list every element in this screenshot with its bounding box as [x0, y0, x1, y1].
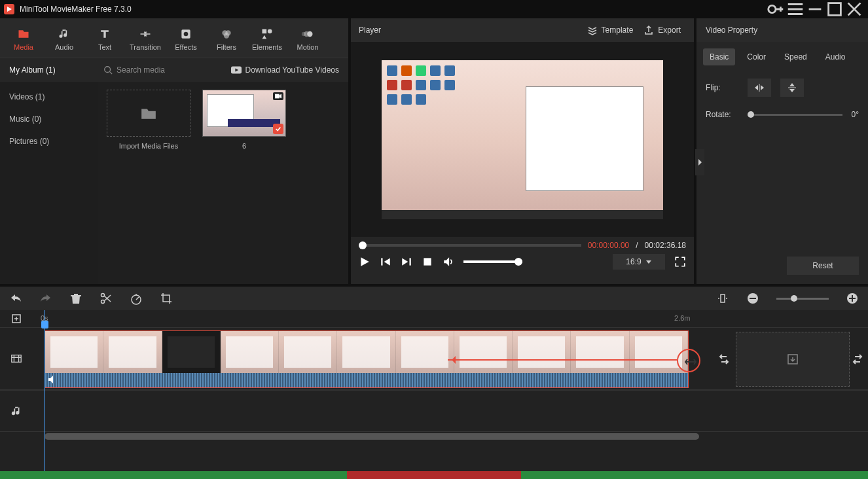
- proptab-basic[interactable]: Basic: [703, 48, 735, 65]
- zoom-in-button[interactable]: [846, 292, 859, 305]
- aspect-select[interactable]: 16:9: [613, 254, 665, 270]
- search-input[interactable]: Search media: [98, 65, 231, 75]
- app-logo: [4, 4, 14, 14]
- svg-rect-8: [262, 29, 267, 34]
- svg-marker-20: [384, 258, 390, 265]
- svg-point-12: [302, 32, 306, 37]
- maximize-button[interactable]: [825, 0, 844, 18]
- svg-rect-22: [410, 258, 411, 265]
- svg-marker-18: [361, 257, 369, 266]
- tab-transition[interactable]: Transition: [127, 21, 164, 58]
- svg-marker-29: [789, 83, 795, 86]
- close-button[interactable]: [844, 0, 864, 18]
- svg-point-1: [769, 5, 776, 12]
- split-button[interactable]: [99, 292, 113, 305]
- menu-button[interactable]: [786, 0, 805, 18]
- tab-elements[interactable]: Elements: [249, 21, 285, 58]
- media-thumbnail[interactable]: [202, 90, 286, 137]
- timeline-scrollbar[interactable]: [0, 432, 868, 441]
- tab-effects[interactable]: Effects: [168, 21, 204, 58]
- reset-button[interactable]: Reset: [787, 257, 859, 275]
- transition-drop-zone[interactable]: [736, 332, 850, 387]
- template-button[interactable]: Template: [582, 25, 639, 35]
- tab-filters[interactable]: Filters: [208, 21, 245, 58]
- collapse-panel-button[interactable]: [695, 149, 704, 175]
- svg-point-7: [224, 33, 229, 38]
- album-pictures[interactable]: Pictures (0): [0, 130, 98, 152]
- redo-button[interactable]: [39, 292, 52, 305]
- category-tabs: Media Audio Text Transition Effects Filt…: [0, 18, 348, 58]
- svg-marker-30: [789, 89, 795, 92]
- tab-media[interactable]: Media: [5, 21, 42, 58]
- svg-point-13: [105, 67, 111, 73]
- speed-button[interactable]: [130, 292, 143, 305]
- trim-handle[interactable]: [677, 349, 700, 372]
- album-label: My Album (1): [0, 65, 98, 75]
- flip-horizontal-button[interactable]: [748, 79, 771, 97]
- svg-marker-26: [755, 85, 758, 90]
- time-sep: /: [636, 241, 638, 250]
- svg-rect-28: [759, 84, 760, 92]
- time-total: 00:02:36.18: [645, 241, 686, 250]
- album-music[interactable]: Music (0): [0, 108, 98, 130]
- video-track-icon: [0, 328, 33, 389]
- svg-marker-0: [7, 7, 12, 12]
- player-label: Player: [359, 26, 582, 35]
- svg-marker-44: [48, 376, 53, 383]
- zoom-slider[interactable]: [776, 298, 829, 300]
- check-icon: [273, 124, 283, 134]
- swap-right-icon[interactable]: [851, 353, 864, 368]
- minimize-button[interactable]: [805, 0, 825, 18]
- fullscreen-button[interactable]: [674, 256, 686, 268]
- proptab-audio[interactable]: Audio: [819, 48, 852, 65]
- svg-marker-32: [698, 159, 702, 166]
- timeline-ruler[interactable]: 0s 2.6m: [0, 310, 868, 327]
- footer-strip: [0, 471, 868, 479]
- license-button[interactable]: [766, 0, 786, 18]
- export-button[interactable]: Export: [638, 25, 686, 35]
- svg-rect-16: [275, 94, 280, 99]
- import-media-button[interactable]: [107, 90, 190, 137]
- ruler-end: 2.6m: [674, 314, 690, 322]
- flip-vertical-button[interactable]: [780, 79, 804, 97]
- album-header: My Album (1) Search media Download YouTu…: [0, 58, 348, 82]
- add-track-button[interactable]: [0, 313, 33, 324]
- preview-area[interactable]: [351, 42, 694, 237]
- prev-frame-button[interactable]: [380, 256, 391, 268]
- playhead[interactable]: [45, 310, 45, 471]
- tab-audio[interactable]: Audio: [46, 21, 82, 58]
- swap-left-icon[interactable]: [717, 353, 731, 368]
- tab-motion[interactable]: Motion: [289, 21, 326, 58]
- download-youtube-button[interactable]: Download YouTube Videos: [231, 65, 348, 75]
- speaker-icon: [48, 375, 57, 384]
- seek-slider[interactable]: [359, 244, 581, 247]
- album-videos[interactable]: Videos (1): [0, 86, 98, 108]
- rotate-label: Rotate:: [706, 110, 738, 119]
- clip-audio-wave: [45, 373, 688, 387]
- svg-marker-25: [646, 260, 651, 264]
- audio-track[interactable]: [0, 390, 868, 432]
- video-track[interactable]: 2.6m: [0, 327, 868, 390]
- proptab-speed[interactable]: Speed: [778, 48, 814, 65]
- volume-button[interactable]: [443, 256, 454, 268]
- undo-button[interactable]: [9, 292, 22, 305]
- rotate-slider[interactable]: [748, 114, 842, 116]
- next-frame-button[interactable]: [401, 256, 412, 268]
- stop-button[interactable]: [422, 256, 433, 268]
- proptab-color[interactable]: Color: [740, 48, 772, 65]
- timeline: 0s 2.6m 2.6m: [0, 310, 868, 471]
- svg-rect-2: [829, 3, 841, 16]
- zoom-out-button[interactable]: [746, 292, 759, 305]
- timeline-toolbar: [0, 284, 868, 310]
- app-title: MiniTool MovieMaker Free 7.3.0: [20, 5, 132, 14]
- media-grid: Import Media Files 6: [98, 82, 348, 284]
- tab-text[interactable]: Text: [86, 21, 123, 58]
- crop-button[interactable]: [160, 292, 173, 305]
- fit-button[interactable]: [716, 292, 729, 305]
- volume-slider[interactable]: [463, 260, 522, 263]
- play-button[interactable]: [359, 256, 371, 268]
- titlebar: MiniTool MovieMaker Free 7.3.0: [0, 0, 868, 18]
- svg-rect-43: [12, 355, 21, 363]
- delete-button[interactable]: [69, 292, 82, 305]
- import-label: Import Media Files: [119, 142, 178, 150]
